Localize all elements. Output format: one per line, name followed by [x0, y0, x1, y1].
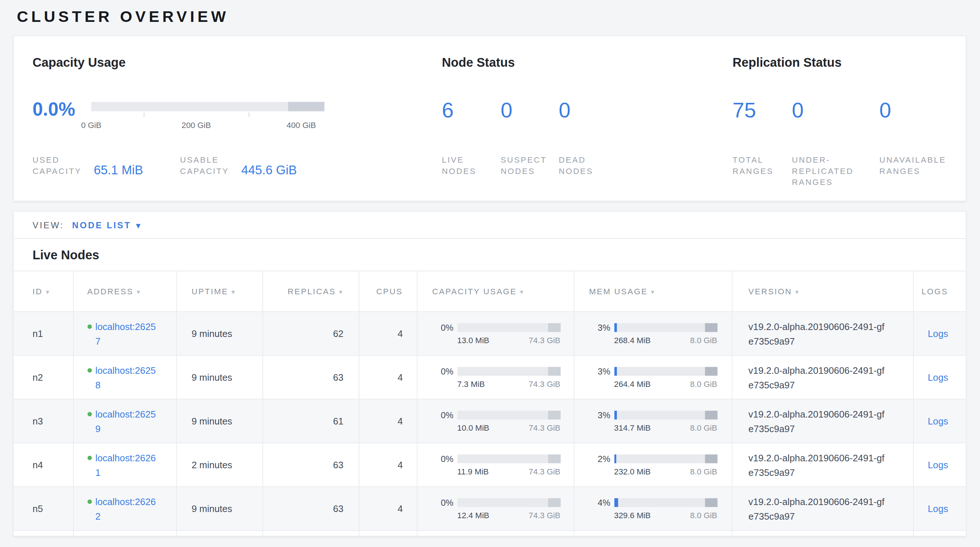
node-id-cell: n3	[14, 399, 73, 443]
capacity-bar	[457, 410, 560, 419]
mem-bar	[614, 454, 717, 463]
replicas-cell: 63	[262, 356, 359, 399]
node-status-title: Node Status	[442, 55, 603, 70]
dead-nodes-label: DEAD NODES	[559, 154, 603, 177]
node-status-section: Node Status 6 LIVE NODES 0 SUSPECT NODES…	[442, 55, 603, 177]
node-address-cell: localhost:26262	[73, 487, 177, 531]
capacity-bar	[457, 366, 560, 375]
column-header-address[interactable]: ADDRESS▾	[73, 271, 177, 312]
sort-caret-icon: ▾	[795, 288, 800, 296]
table-row-partial	[14, 531, 966, 536]
node-address-link[interactable]: localhost:26257	[95, 319, 160, 348]
replicas-cell: 63	[262, 443, 359, 487]
logs-cell: Logs	[913, 356, 966, 399]
live-status-icon	[87, 368, 92, 372]
uptime-cell: 9 minutes	[176, 356, 262, 399]
used-capacity-metric: USED CAPACITY 65.1 MiB	[32, 154, 180, 177]
used-capacity-label: USED CAPACITY	[32, 154, 88, 177]
logs-cell: Logs	[913, 399, 966, 443]
node-id-cell: n5	[14, 487, 73, 531]
live-nodes-table: ID▾ ADDRESS▾ UPTIME▾ REPLICAS▾ CPUS CAPA…	[14, 270, 966, 536]
column-header-logs: LOGS	[913, 271, 966, 312]
node-id-cell: n2	[14, 356, 73, 399]
usable-capacity-label: USABLE CAPACITY	[180, 154, 235, 177]
mem-percent-label: 3%	[589, 322, 610, 332]
suspect-nodes-label: SUSPECT NODES	[501, 154, 552, 177]
node-id-cell: n1	[14, 312, 73, 356]
usable-capacity-metric: USABLE CAPACITY 445.6 GiB	[180, 154, 297, 177]
column-header-mem-usage[interactable]: MEM USAGE▾	[574, 271, 732, 312]
mem-bar	[614, 498, 717, 507]
uptime-cell: 9 minutes	[176, 312, 262, 356]
column-header-replicas[interactable]: REPLICAS▾	[262, 271, 359, 312]
total-ranges-count: 75	[732, 100, 792, 121]
capacity-usage-cell: 0% 11.9 MiB74.3 GiB	[417, 443, 573, 487]
capacity-usage-title: Capacity Usage	[32, 55, 325, 70]
capacity-usage-cell: 0% 12.4 MiB74.3 GiB	[417, 487, 573, 531]
column-header-uptime[interactable]: UPTIME▾	[176, 271, 262, 312]
version-cell: v19.2.0-alpha.20190606-2491-gfe735c9a97	[732, 443, 913, 487]
capacity-usage-cell: 0% 7.3 MiB74.3 GiB	[417, 356, 573, 399]
capacity-percent-label: 0%	[432, 322, 453, 332]
sort-caret-icon: ▾	[651, 288, 655, 296]
node-id-cell: n4	[14, 443, 73, 487]
view-selected-value: NODE LIST	[72, 220, 131, 230]
sort-caret-icon: ▾	[137, 288, 141, 296]
node-address-link[interactable]: localhost:26259	[95, 407, 160, 436]
logs-link[interactable]: Logs	[928, 503, 948, 514]
live-status-icon	[87, 324, 92, 329]
view-label: VIEW:	[32, 220, 64, 230]
capacity-used-label: 10.0 MiB	[457, 423, 489, 433]
usable-capacity-value: 445.6 GiB	[241, 163, 297, 177]
capacity-usage-cell: 0% 10.0 MiB74.3 GiB	[417, 399, 573, 443]
table-row: n5 localhost:26262 9 minutes 63 4 0% 12.…	[14, 487, 966, 531]
mem-percent-label: 2%	[589, 454, 610, 463]
mem-usage-cell: 3% 264.4 MiB8.0 GiB	[574, 356, 732, 399]
node-address-link[interactable]: localhost:26258	[95, 363, 160, 392]
mem-percent-label: 3%	[589, 366, 610, 376]
node-address-cell: localhost:26259	[73, 399, 177, 443]
unavailable-ranges-label: UNAVAILABLE RANGES	[880, 154, 958, 177]
logs-link[interactable]: Logs	[928, 416, 948, 426]
capacity-percent-label: 0%	[432, 454, 453, 463]
column-header-capacity-usage[interactable]: CAPACITY USAGE▾	[417, 271, 573, 312]
logs-link[interactable]: Logs	[928, 460, 948, 470]
logs-link[interactable]: Logs	[928, 372, 948, 383]
node-address-link[interactable]: localhost:26261	[95, 450, 160, 479]
replication-status-title: Replication Status	[732, 55, 958, 70]
view-selector-dropdown[interactable]: NODE LIST ▾	[72, 220, 142, 230]
mem-total-label: 8.0 GiB	[690, 423, 717, 433]
logs-cell: Logs	[913, 312, 966, 356]
suspect-nodes-stat: 0 SUSPECT NODES	[501, 100, 558, 177]
capacity-gauge: 0 GiB 200 GiB 400 GiB	[91, 102, 324, 130]
dead-nodes-stat: 0 DEAD NODES	[559, 100, 603, 177]
gauge-tickmark	[249, 113, 250, 117]
unavailable-ranges-stat: 0 UNAVAILABLE RANGES	[880, 100, 958, 188]
capacity-used-label: 7.3 MiB	[457, 379, 485, 389]
capacity-bar	[457, 454, 560, 463]
capacity-total-label: 74.3 GiB	[529, 467, 560, 476]
version-cell: v19.2.0-alpha.20190606-2491-gfe735c9a97	[732, 312, 913, 356]
gauge-tickmark	[144, 113, 145, 117]
capacity-gauge-bar	[91, 102, 324, 111]
mem-usage-cell: 2% 232.0 MiB8.0 GiB	[574, 443, 732, 487]
mem-usage-cell: 3% 314.7 MiB8.0 GiB	[574, 399, 732, 443]
column-header-id[interactable]: ID▾	[14, 271, 73, 312]
tick-label-400: 400 GiB	[286, 121, 316, 130]
replicas-cell: 62	[262, 312, 359, 356]
logs-link[interactable]: Logs	[928, 328, 948, 339]
sort-caret-icon: ▾	[520, 288, 524, 296]
node-address-link[interactable]: localhost:26262	[95, 494, 160, 523]
under-replicated-label: UNDER-REPLICATED RANGES	[792, 154, 865, 188]
column-header-version[interactable]: VERSION▾	[732, 271, 913, 312]
mem-used-label: 264.4 MiB	[614, 379, 651, 389]
mem-used-label: 232.0 MiB	[614, 467, 651, 476]
node-address-cell: localhost:26257	[73, 312, 177, 356]
unavailable-ranges-count: 0	[880, 100, 958, 121]
chevron-down-icon: ▾	[136, 220, 142, 230]
live-status-icon	[87, 499, 92, 504]
live-status-icon	[87, 412, 92, 416]
gauge-tick-labels: 0 GiB 200 GiB 400 GiB	[91, 121, 324, 130]
tick-label-200: 200 GiB	[181, 121, 211, 130]
cluster-overview-page: CLUSTER OVERVIEW Capacity Usage 0.0% 0 G…	[0, 0, 980, 547]
